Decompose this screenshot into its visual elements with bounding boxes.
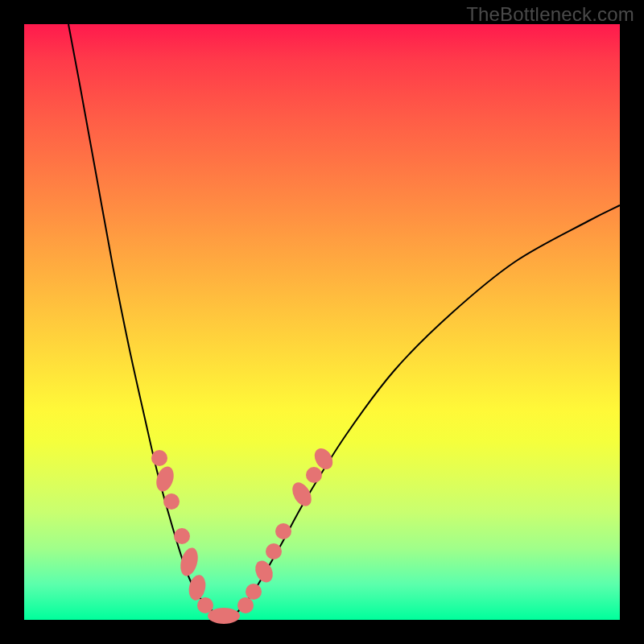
watermark-label: TheBottleneck.com	[466, 3, 634, 26]
marker-dot	[163, 493, 180, 510]
marker-dot	[306, 467, 322, 483]
curve-right	[233, 205, 620, 616]
marker-dot	[237, 597, 254, 613]
marker-pill	[288, 479, 315, 510]
curve-left	[68, 24, 217, 616]
marker-dot	[246, 584, 262, 600]
marker-dot	[275, 523, 291, 539]
marker-dot	[151, 450, 167, 466]
marker-group	[151, 445, 336, 624]
chart-frame: TheBottleneck.com	[0, 0, 644, 644]
marker-pill	[208, 608, 240, 624]
curve-svg	[24, 24, 620, 620]
marker-pill	[252, 558, 276, 585]
plot-area	[24, 24, 620, 620]
marker-dot	[266, 543, 282, 559]
marker-pill	[178, 546, 201, 578]
marker-dot	[174, 528, 190, 544]
